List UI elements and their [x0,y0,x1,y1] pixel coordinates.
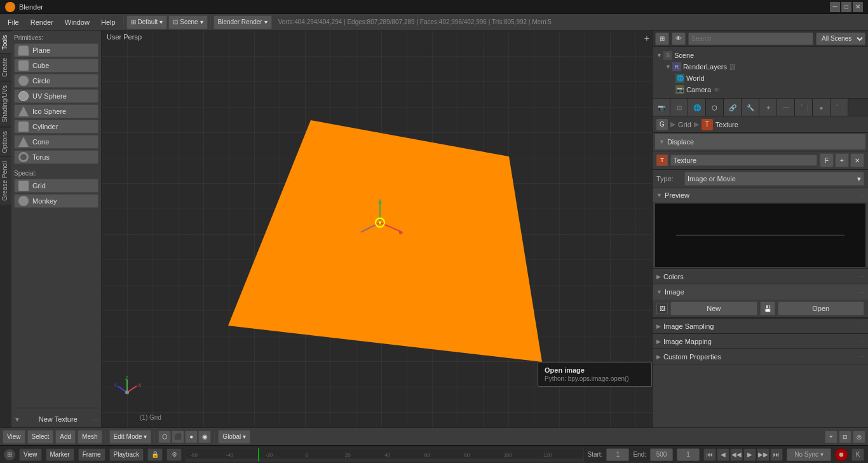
marker-btn[interactable]: Marker [46,448,74,461]
select-menu-btn[interactable]: Select [27,430,54,444]
btn-circle[interactable]: Circle [14,74,98,88]
maximize-button[interactable]: □ [841,2,851,12]
tab-tools[interactable]: Tools [0,31,11,53]
minimize-button[interactable]: ─ [830,2,840,12]
timeline-icon[interactable]: ⊞ [4,449,15,460]
blender-icon [5,2,15,12]
menu-file[interactable]: File [3,17,24,27]
image-open-btn[interactable]: Open [778,301,865,315]
btn-uvsphere[interactable]: UV Sphere [14,89,98,103]
image-new-btn[interactable]: New [670,301,757,315]
bottom-sep2 [154,431,155,443]
texture-close-btn[interactable]: ✕ [850,153,864,167]
scene-filter-dropdown[interactable]: All Scenes [816,32,865,45]
tree-row-renderlayers[interactable]: ▼ R RenderLayers 🖼 [664,61,865,73]
editor-type-btn[interactable]: ⊞ Default ▾ [126,15,168,29]
playback-btn[interactable]: Playback [109,448,144,461]
prop-tab-particles[interactable]: ✦ [759,99,777,116]
next-frame-btn[interactable]: ▶▶ [757,448,770,461]
texture-buttons: F + ✕ [820,153,864,167]
preview-header[interactable]: ▼ Preview ··· [653,188,868,202]
displace-header[interactable]: ▼ Displace ··· [655,134,865,149]
colors-section[interactable]: ▶ Colors ··· [653,269,868,284]
prop-tab-material[interactable]: ● [813,99,831,116]
prop-tab-physics[interactable]: 〰 [777,99,795,116]
btn-grid[interactable]: Grid [14,179,98,193]
menu-window[interactable]: Window [60,17,95,27]
shading-solid-btn[interactable]: ⬛ [172,431,184,443]
custom-properties-section[interactable]: ▶ Custom Properties ··· [653,349,868,364]
prev-frame-btn[interactable]: ◀ [717,448,729,461]
prop-tab-world[interactable]: 🌐 [688,99,706,116]
view-type-btn[interactable]: ⊞ [655,32,669,45]
tab-create[interactable]: Create [0,53,11,81]
btn-cylinder[interactable]: Cylinder [14,120,98,134]
viewport-plus-btn[interactable]: + [644,33,649,43]
lock-btn[interactable]: 🔒 [147,448,163,461]
view-menu-btn[interactable]: View [3,430,25,444]
jump-end-btn[interactable]: ⏭ [770,448,783,461]
image-header[interactable]: ▼ Image ··· [653,284,868,300]
frame-btn[interactable]: Frame [78,448,105,461]
btn-monkey[interactable]: Monkey [14,194,98,208]
menu-help[interactable]: Help [96,17,121,27]
image-mapping-label: Image Mapping [663,338,859,345]
displace-dots: ··· [857,139,862,146]
prop-tab-render[interactable]: 📷 [653,99,670,116]
btn-icosphere[interactable]: Ico Sphere [14,104,98,118]
tab-grease[interactable]: Grease Pencil [0,156,11,205]
texture-plus-btn[interactable]: + [835,153,849,167]
sync-dropdown[interactable]: No Sync ▾ [787,448,831,461]
view-btn[interactable]: View [19,448,42,461]
new-texture-section: ▼ New Texture ··· [14,408,98,425]
btn-cube[interactable]: Cube [14,59,98,73]
start-frame-input[interactable]: 1 [606,448,629,461]
prop-tab-object[interactable]: ⬡ [706,99,724,116]
shading-render-btn[interactable]: ◉ [198,431,211,443]
btn-plane[interactable]: Plane [14,43,98,57]
prop-tab-modifier[interactable]: 🔧 [742,99,759,116]
texture-type-icon: T [656,155,668,166]
tree-row-camera[interactable]: 📷 Camera 👁 [673,84,865,95]
overlay-btn3[interactable]: ◎ [853,431,865,443]
image-save-btn[interactable]: 💾 [760,301,775,315]
prop-tab-texture[interactable]: ⬛ [831,99,848,116]
shading-wire-btn[interactable]: ⬡ [158,431,171,443]
image-sampling-section[interactable]: ▶ Image Sampling ··· [653,319,868,334]
close-button[interactable]: ✕ [853,2,863,12]
overlay-btn1[interactable]: + [825,431,837,443]
overlay-btn2[interactable]: ⊡ [839,431,851,443]
btn-torus[interactable]: Torus [14,150,98,164]
shading-mat-btn[interactable]: ● [185,431,198,443]
prop-tab-scene[interactable]: ⊡ [670,99,688,116]
scene-search-input[interactable] [688,32,813,45]
tree-row-scene[interactable]: ▼ S Scene [655,50,865,61]
image-label: Image [665,288,859,296]
render-engine-btn[interactable]: Blender Render ▾ [214,15,272,29]
jump-start-btn[interactable]: ⏮ [703,448,716,461]
global-local-btn[interactable]: Global ▾ [218,430,250,444]
menu-render[interactable]: Render [25,17,58,27]
tab-shading[interactable]: Shading/UVs [0,81,11,126]
keyframe-btn[interactable]: K [851,448,864,461]
record-btn[interactable]: ⏺ [835,448,848,461]
play-btn[interactable]: ▶ [743,448,756,461]
prop-tab-constraints[interactable]: 🔗 [724,99,742,116]
mesh-menu-btn[interactable]: Mesh [78,430,102,444]
current-frame-input[interactable]: 1 [677,448,700,461]
scene-btn[interactable]: ⊡ Scene ▾ [168,15,207,29]
btn-cone[interactable]: Cone [14,135,98,149]
scene-view-btn[interactable]: 👁 [672,32,686,45]
prop-tab-data[interactable]: ⬛ [795,99,813,116]
tab-options[interactable]: Options [0,127,11,156]
end-frame-input[interactable]: 500 [650,448,673,461]
type-select[interactable]: Image or Movie ▾ [684,172,864,186]
settings-btn[interactable]: ⚙ [166,448,182,461]
texture-f-btn[interactable]: F [820,153,834,167]
mode-btn[interactable]: Edit Mode ▾ [109,430,152,444]
texture-name-field[interactable]: Texture [670,155,817,166]
play-back-btn[interactable]: ◀◀ [730,448,743,461]
add-menu-btn[interactable]: Add [55,430,76,444]
tree-row-world[interactable]: 🌐 World [673,73,865,84]
image-mapping-section[interactable]: ▶ Image Mapping ··· [653,334,868,349]
